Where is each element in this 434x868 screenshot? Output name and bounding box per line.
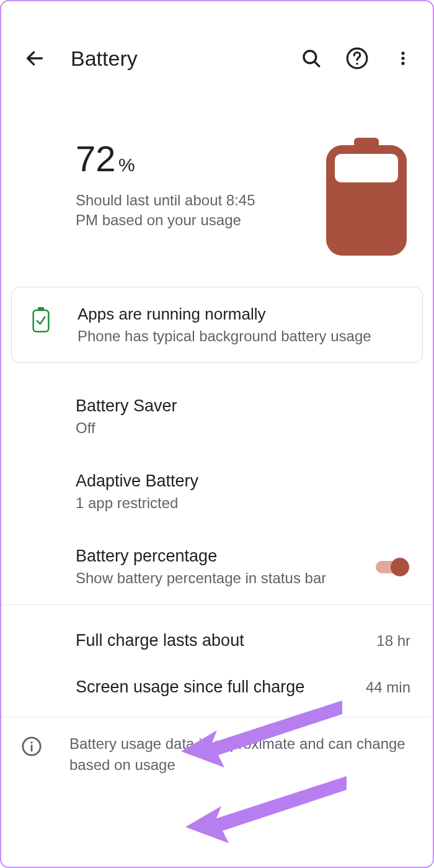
search-icon: [301, 48, 322, 69]
svg-point-17: [30, 741, 32, 743]
status-card-subtitle: Phone has typical background battery usa…: [78, 328, 371, 345]
battery-saver-row[interactable]: Battery Saver Off: [1, 379, 433, 454]
adaptive-battery-row[interactable]: Adaptive Battery 1 app restricted: [1, 454, 433, 529]
adaptive-battery-title: Adaptive Battery: [76, 472, 410, 491]
apps-status-card[interactable]: Apps are running normally Phone has typi…: [11, 287, 423, 363]
battery-percentage-title: Battery percentage: [76, 547, 326, 566]
battery-percent-sign: %: [118, 154, 135, 175]
svg-rect-12: [38, 307, 44, 310]
toggle-thumb: [391, 558, 409, 576]
search-button[interactable]: [299, 46, 324, 71]
full-charge-label: Full charge lasts about: [76, 631, 244, 650]
status-card-title: Apps are running normally: [78, 305, 371, 324]
screen-usage-value: 44 min: [366, 679, 410, 696]
header-actions: [299, 46, 415, 71]
battery-percentage-subtitle: Show battery percentage in status bar: [76, 570, 326, 587]
help-button[interactable]: [345, 46, 370, 71]
back-button[interactable]: [24, 47, 46, 69]
page-title: Battery: [71, 47, 274, 71]
svg-point-7: [401, 62, 404, 65]
battery-summary: 72 % Should last until about 8:45 PM bas…: [1, 88, 433, 287]
more-vert-icon: [394, 50, 412, 67]
overflow-menu-button[interactable]: [391, 46, 415, 71]
info-icon: [21, 736, 42, 757]
battery-estimate: Should last until about 8:45 PM based on…: [76, 190, 274, 231]
svg-rect-10: [335, 154, 398, 182]
footer-info-text: Battery usage data is approximate and ca…: [69, 733, 410, 775]
battery-stats: Full charge lasts about 18 hr Screen usa…: [1, 605, 433, 717]
svg-point-5: [401, 51, 404, 55]
help-icon: [345, 47, 369, 70]
adaptive-battery-subtitle: 1 app restricted: [76, 494, 410, 512]
battery-percentage-text: Battery percentage Show battery percenta…: [76, 547, 326, 587]
battery-percentage-toggle[interactable]: [376, 558, 410, 576]
app-header: Battery: [1, 1, 433, 88]
full-charge-value: 18 hr: [376, 632, 410, 650]
battery-saver-subtitle: Off: [76, 419, 410, 437]
screen-usage-label: Screen usage since full charge: [76, 678, 304, 697]
screen-usage-row[interactable]: Screen usage since full charge 44 min: [1, 664, 433, 710]
status-card-body: Apps are running normally Phone has typi…: [78, 305, 371, 345]
svg-line-2: [314, 61, 319, 66]
battery-illustration: [326, 138, 407, 256]
settings-list: Battery Saver Off Adaptive Battery 1 app…: [1, 379, 433, 604]
full-charge-row[interactable]: Full charge lasts about 18 hr: [1, 617, 433, 664]
battery-summary-text: 72 % Should last until about 8:45 PM bas…: [76, 138, 301, 231]
battery-ok-icon: [32, 307, 50, 332]
svg-point-6: [401, 56, 404, 60]
battery-percent: 72: [76, 138, 116, 179]
battery-saver-title: Battery Saver: [76, 396, 410, 416]
svg-rect-11: [33, 310, 49, 332]
back-arrow-icon: [24, 48, 45, 69]
battery-percentage-row[interactable]: Battery percentage Show battery percenta…: [1, 529, 433, 604]
footer-info: Battery usage data is approximate and ca…: [1, 717, 433, 791]
svg-point-4: [356, 63, 358, 65]
